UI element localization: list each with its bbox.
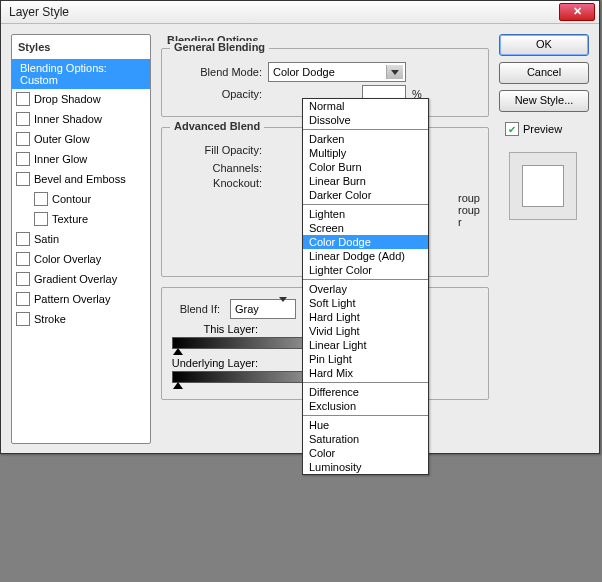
dropdown-item[interactable]: Normal [303,99,428,113]
blendif-value: Gray [235,303,259,315]
dropdown-item[interactable]: Hard Mix [303,366,428,380]
channels-label: Channels: [170,162,268,174]
slider-handle-black[interactable] [173,348,183,355]
style-item[interactable]: Contour [12,189,150,209]
chevron-down-icon [386,65,403,79]
style-item-label: Outer Glow [34,133,90,145]
style-item-label: Contour [52,193,91,205]
this-layer-label: This Layer: [170,323,258,335]
dropdown-item[interactable]: Soft Light [303,296,428,310]
dropdown-item[interactable]: Screen [303,221,428,235]
dropdown-separator [303,382,428,383]
style-item[interactable]: Texture [12,209,150,229]
style-item-label: Color Overlay [34,253,101,265]
dropdown-item[interactable]: Overlay [303,282,428,296]
dropdown-item[interactable]: Color [303,446,428,460]
close-icon: ✕ [573,5,582,17]
dropdown-item[interactable]: Difference [303,385,428,399]
checkbox-icon[interactable] [16,152,30,166]
styles-header: Styles [12,37,150,59]
checkbox-icon[interactable] [16,312,30,326]
checkbox-icon[interactable] [16,272,30,286]
dropdown-item[interactable]: Pin Light [303,352,428,366]
blendif-label: Blend If: [170,303,226,315]
extra-text-3: r [458,216,480,228]
dropdown-item[interactable]: Lighten [303,207,428,221]
layer-style-dialog: Layer Style ✕ Styles Blending Options: C… [0,0,600,454]
style-item[interactable]: Blending Options: Custom [12,59,150,89]
blend-mode-dropdown[interactable]: NormalDissolveDarkenMultiplyColor BurnLi… [302,98,429,475]
dropdown-item[interactable]: Color Burn [303,160,428,174]
checkbox-icon[interactable] [16,112,30,126]
advanced-blending-legend: Advanced Blend [170,120,264,132]
style-item-label: Pattern Overlay [34,293,110,305]
dropdown-item[interactable]: Dissolve [303,113,428,127]
dialog-title: Layer Style [5,5,69,19]
button-column: OK Cancel New Style... ✔ Preview [499,34,589,444]
checkbox-icon[interactable] [34,212,48,226]
new-style-button[interactable]: New Style... [499,90,589,112]
style-item-label: Drop Shadow [34,93,101,105]
cancel-button[interactable]: Cancel [499,62,589,84]
blendif-select[interactable]: Gray [230,299,296,319]
dropdown-separator [303,129,428,130]
dropdown-item[interactable]: Hue [303,418,428,432]
underlying-layer-label: Underlying Layer: [170,357,258,369]
dropdown-separator [303,415,428,416]
style-item-label: Stroke [34,313,66,325]
dropdown-item[interactable]: Darker Color [303,188,428,202]
slider-handle-black[interactable] [173,382,183,389]
dropdown-separator [303,204,428,205]
fill-opacity-label: Fill Opacity: [170,144,268,156]
style-item[interactable]: Drop Shadow [12,89,150,109]
dropdown-item[interactable]: Linear Light [303,338,428,352]
checkbox-icon[interactable] [16,92,30,106]
ok-button[interactable]: OK [499,34,589,56]
checkbox-icon[interactable] [34,192,48,206]
checkbox-icon[interactable] [16,292,30,306]
style-item[interactable]: Color Overlay [12,249,150,269]
checkbox-icon[interactable] [16,172,30,186]
dropdown-item[interactable]: Color Dodge [303,235,428,249]
style-item-label: Blending Options: Custom [20,62,146,86]
dropdown-item[interactable]: Linear Burn [303,174,428,188]
dropdown-item[interactable]: Hard Light [303,310,428,324]
style-item[interactable]: Inner Glow [12,149,150,169]
preview-checkbox[interactable]: ✔ Preview [505,122,589,136]
knockout-label: Knockout: [170,177,268,189]
style-item[interactable]: Satin [12,229,150,249]
blend-mode-value: Color Dodge [273,66,335,78]
style-item-label: Satin [34,233,59,245]
dropdown-item[interactable]: Linear Dodge (Add) [303,249,428,263]
style-item-label: Inner Shadow [34,113,102,125]
style-item[interactable]: Pattern Overlay [12,289,150,309]
extra-text-2: roup [458,204,480,216]
preview-label: Preview [523,123,562,135]
blend-mode-label: Blend Mode: [170,66,268,78]
opacity-label: Opacity: [170,88,268,100]
style-item-label: Texture [52,213,88,225]
checkbox-icon[interactable] [16,252,30,266]
general-blending-legend: General Blending [170,41,269,53]
style-item-label: Inner Glow [34,153,87,165]
checkbox-checked-icon: ✔ [505,122,519,136]
dropdown-item[interactable]: Saturation [303,432,428,446]
dropdown-item[interactable]: Lighter Color [303,263,428,277]
style-item-label: Bevel and Emboss [34,173,126,185]
close-button[interactable]: ✕ [559,3,595,21]
style-item[interactable]: Stroke [12,309,150,329]
style-item[interactable]: Gradient Overlay [12,269,150,289]
dropdown-item[interactable]: Luminosity [303,460,428,474]
dropdown-item[interactable]: Multiply [303,146,428,160]
style-item[interactable]: Outer Glow [12,129,150,149]
dropdown-item[interactable]: Darken [303,132,428,146]
blend-mode-select[interactable]: Color Dodge [268,62,406,82]
checkbox-icon[interactable] [16,232,30,246]
dropdown-item[interactable]: Vivid Light [303,324,428,338]
checkbox-icon[interactable] [16,132,30,146]
dropdown-separator [303,279,428,280]
style-item-label: Gradient Overlay [34,273,117,285]
style-item[interactable]: Bevel and Emboss [12,169,150,189]
dropdown-item[interactable]: Exclusion [303,399,428,413]
style-item[interactable]: Inner Shadow [12,109,150,129]
